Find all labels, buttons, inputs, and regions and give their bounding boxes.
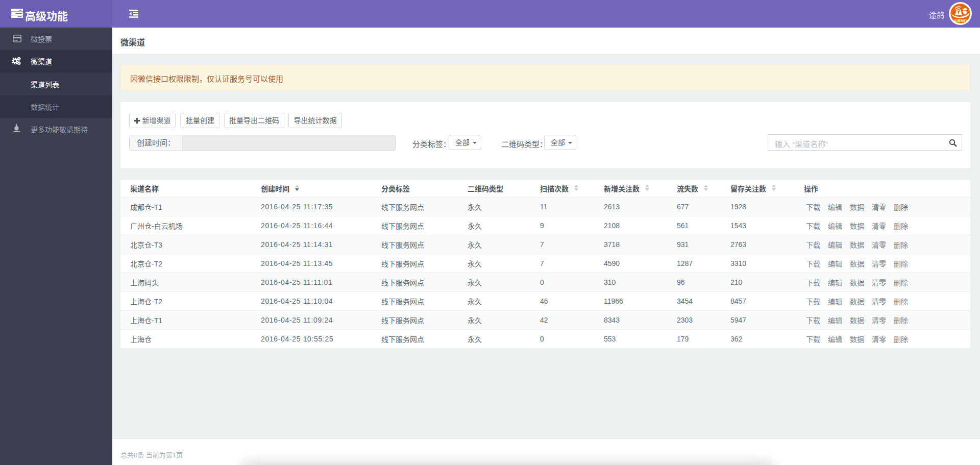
- svg-text:途鸽WiFi: 途鸽WiFi: [954, 18, 967, 23]
